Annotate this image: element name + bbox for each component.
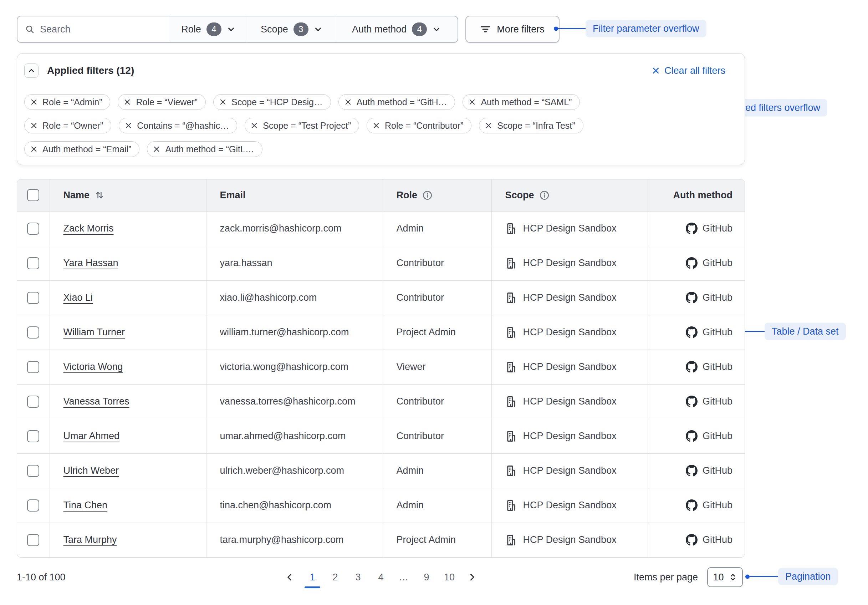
email-value: tara.murphy@hashicorp.com: [220, 534, 344, 545]
email-value: zack.morris@hashicorp.com: [220, 223, 342, 234]
page-button-10[interactable]: 10: [442, 565, 457, 589]
filter-dropdown-scope[interactable]: Scope 3: [248, 16, 336, 42]
org-building-icon: [505, 396, 518, 408]
remove-filter-icon[interactable]: [153, 145, 160, 153]
remove-filter-icon[interactable]: [344, 98, 352, 106]
scope-value: HCP Design Sandbox: [523, 223, 617, 234]
next-page-button[interactable]: [464, 565, 480, 589]
row-checkbox[interactable]: [27, 223, 39, 235]
remove-filter-icon[interactable]: [30, 122, 38, 129]
sort-icon[interactable]: [95, 190, 104, 200]
github-icon: [686, 326, 698, 338]
scope-cell: HCP Design Sandbox: [491, 315, 648, 350]
row-checkbox[interactable]: [27, 292, 39, 304]
user-name-link[interactable]: Ulrich Weber: [64, 465, 119, 476]
email-value: yara.hassan: [220, 258, 273, 268]
applied-filter-chip[interactable]: Role = “Contributor”: [367, 118, 471, 133]
applied-filter-chip[interactable]: Contains = “@hashic…: [119, 118, 237, 133]
items-per-page-select[interactable]: 10: [707, 567, 743, 587]
remove-filter-icon[interactable]: [372, 122, 380, 129]
filter-toolbar: Role 4 Scope 3 Auth method 4 More filter…: [17, 16, 851, 43]
role-value: Admin: [397, 500, 424, 510]
row-select-cell: [17, 350, 50, 384]
applied-filter-chips: Role = “Admin”Role = “Viewer”Scope = “HC…: [24, 94, 735, 157]
user-name-link[interactable]: William Turner: [64, 327, 125, 337]
page-button-9[interactable]: 9: [418, 565, 434, 589]
applied-filter-chip[interactable]: Scope = “HCP Desig…: [213, 94, 331, 110]
applied-filter-chip[interactable]: Scope = “Test Project”: [245, 118, 359, 133]
remove-filter-icon[interactable]: [30, 145, 38, 153]
applied-filter-chip[interactable]: Role = “Viewer”: [118, 94, 206, 110]
row-checkbox[interactable]: [27, 257, 39, 269]
user-name-link[interactable]: Tina Chen: [64, 500, 108, 510]
clear-all-filters-button[interactable]: Clear all filters: [651, 65, 725, 76]
user-name-link[interactable]: Zack Morris: [64, 223, 114, 234]
previous-page-button[interactable]: [282, 565, 298, 589]
info-icon[interactable]: [422, 190, 432, 200]
applied-filter-chip[interactable]: Role = “Owner”: [24, 118, 111, 133]
row-checkbox[interactable]: [27, 534, 39, 546]
auth-method-cell: GitHub: [648, 246, 745, 281]
remove-filter-icon[interactable]: [124, 122, 132, 129]
row-select-cell: [17, 211, 50, 246]
role-value: Project Admin: [397, 327, 456, 337]
more-filters-button[interactable]: More filters: [465, 16, 560, 43]
caret-up-down-icon: [728, 573, 737, 582]
applied-filter-chip[interactable]: Auth method = “GitL…: [147, 141, 262, 157]
user-name-link[interactable]: Xiao Li: [64, 292, 93, 303]
applied-filter-chip[interactable]: Role = “Admin”: [24, 94, 110, 110]
user-name-link[interactable]: Victoria Wong: [64, 361, 123, 372]
applied-filter-chip[interactable]: Auth method = “GitH…: [338, 94, 456, 110]
user-name-link[interactable]: Umar Ahmed: [64, 431, 120, 441]
row-checkbox[interactable]: [27, 430, 39, 442]
row-select-cell: [17, 315, 50, 350]
column-header-name[interactable]: Name: [50, 180, 206, 211]
remove-filter-icon[interactable]: [219, 98, 227, 106]
row-checkbox[interactable]: [27, 396, 39, 408]
email-value: tina.chen@hashicorp.com: [220, 500, 332, 510]
applied-filter-chip[interactable]: Auth method = “Email”: [24, 141, 140, 157]
user-name-link[interactable]: Vanessa Torres: [64, 396, 129, 406]
filter-dropdown-auth-method[interactable]: Auth method 4: [335, 16, 457, 42]
collapse-applied-filters-button[interactable]: [24, 64, 39, 78]
applied-filter-chip[interactable]: Scope = “Infra Test”: [479, 118, 583, 133]
info-icon[interactable]: [539, 190, 550, 200]
scope-cell: HCP Design Sandbox: [491, 350, 648, 384]
email-cell: victoria.wong@hashicorp.com: [206, 350, 383, 384]
select-all-checkbox[interactable]: [27, 189, 39, 201]
github-icon: [686, 534, 698, 546]
chip-label: Role = “Admin”: [42, 97, 102, 107]
remove-filter-icon[interactable]: [468, 98, 476, 106]
user-name-link[interactable]: Yara Hassan: [64, 258, 118, 268]
remove-filter-icon[interactable]: [250, 122, 258, 129]
applied-filter-chip[interactable]: Auth method = “SAML”: [462, 94, 580, 110]
row-checkbox[interactable]: [27, 361, 39, 373]
row-checkbox[interactable]: [27, 500, 39, 512]
page-button-2[interactable]: 2: [327, 565, 343, 589]
remove-filter-icon[interactable]: [123, 98, 131, 106]
page-button-4[interactable]: 4: [373, 565, 389, 589]
org-building-icon: [505, 361, 518, 373]
scope-value: HCP Design Sandbox: [523, 292, 617, 303]
page-button-3[interactable]: 3: [350, 565, 366, 589]
filter-dropdown-role[interactable]: Role 4: [169, 16, 248, 42]
row-checkbox[interactable]: [27, 326, 39, 338]
scope-cell: HCP Design Sandbox: [491, 419, 648, 453]
auth-method-value: GitHub: [702, 361, 733, 372]
auth-method-value: GitHub: [702, 292, 733, 303]
chip-label: Auth method = “SAML”: [481, 97, 572, 107]
page-button-1[interactable]: 1: [305, 565, 320, 589]
search-field[interactable]: [17, 16, 169, 42]
auth-method-value: GitHub: [702, 223, 733, 234]
filter-label: Role: [181, 24, 201, 35]
search-input[interactable]: [40, 24, 161, 35]
user-name-link[interactable]: Tara Murphy: [64, 534, 117, 545]
chevron-up-icon: [28, 67, 35, 74]
org-building-icon: [505, 292, 518, 304]
remove-filter-icon[interactable]: [485, 122, 493, 129]
row-checkbox[interactable]: [27, 465, 39, 477]
remove-filter-icon[interactable]: [30, 98, 38, 106]
name-cell: Umar Ahmed: [50, 419, 206, 453]
chevron-down-icon: [314, 25, 322, 34]
auth-method-cell: GitHub: [648, 419, 745, 453]
